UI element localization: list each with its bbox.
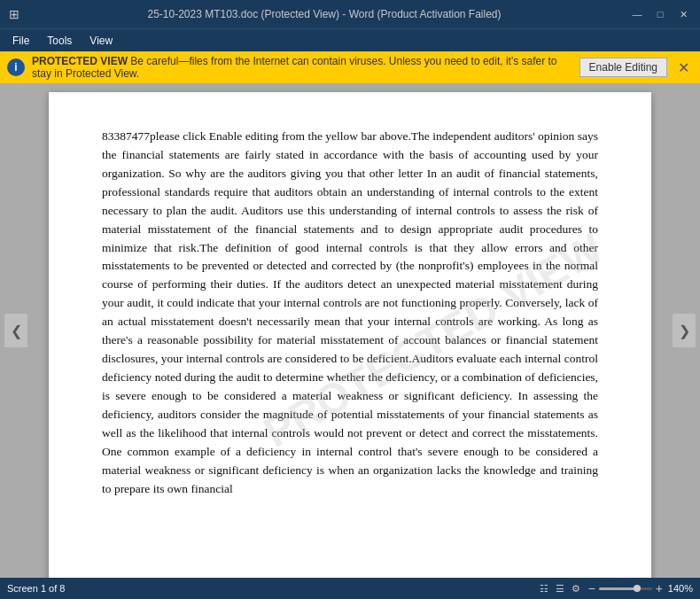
status-bar-right: ☷ ☰ ⚙ − + 140% xyxy=(538,581,693,595)
close-protected-bar-button[interactable]: ✕ xyxy=(674,59,693,76)
menu-tools[interactable]: Tools xyxy=(38,33,81,49)
document-content: 83387477please click Enable editing from… xyxy=(102,128,598,498)
maximize-button[interactable]: □ xyxy=(650,4,670,24)
page-info: Screen 1 of 8 xyxy=(7,583,65,594)
zoom-slider-fill xyxy=(599,587,637,590)
view-icon[interactable]: ☰ xyxy=(554,582,566,595)
nav-next-button[interactable]: ❯ xyxy=(672,313,696,348)
enable-editing-button[interactable]: Enable Editing xyxy=(579,58,667,77)
menu-file[interactable]: File xyxy=(4,33,38,49)
chevron-right-icon: ❯ xyxy=(679,323,690,339)
status-icons: ☷ ☰ ⚙ xyxy=(538,582,582,595)
document-area: ❮ PROTECTED VIEW 83387477please click En… xyxy=(0,83,700,578)
minimize-button[interactable]: — xyxy=(627,4,647,24)
protected-view-bar: i PROTECTED VIEW Be careful—files from t… xyxy=(0,51,700,83)
menu-bar: File Tools View xyxy=(0,28,700,51)
title-bar: ⊞ 25-10-2023 MT103.doc (Protected View) … xyxy=(0,0,700,28)
zoom-slider-track[interactable] xyxy=(599,587,652,590)
window-title: 25-10-2023 MT103.doc (Protected View) - … xyxy=(21,8,627,20)
menu-view[interactable]: View xyxy=(81,33,121,49)
shield-icon: i xyxy=(7,58,25,76)
layout-icon[interactable]: ☷ xyxy=(538,582,550,595)
zoom-in-button[interactable]: + xyxy=(656,581,663,595)
protected-view-label: PROTECTED VIEW xyxy=(32,55,128,67)
zoom-out-button[interactable]: − xyxy=(587,581,595,595)
zoom-control: − + xyxy=(587,581,662,595)
nav-prev-button[interactable]: ❮ xyxy=(4,313,28,348)
zoom-level: 140% xyxy=(668,583,693,594)
status-bar: Screen 1 of 8 ☷ ☰ ⚙ − + 140% xyxy=(0,578,700,599)
document-page: PROTECTED VIEW 83387477please click Enab… xyxy=(49,92,651,578)
chevron-left-icon: ❮ xyxy=(11,323,22,339)
settings-icon[interactable]: ⚙ xyxy=(570,582,582,595)
window-controls: — □ ✕ xyxy=(627,4,693,24)
protected-view-message: PROTECTED VIEW Be careful—files from the… xyxy=(32,55,572,80)
app-icon: ⊞ xyxy=(7,7,21,21)
zoom-slider-thumb[interactable] xyxy=(634,585,641,592)
close-button[interactable]: ✕ xyxy=(673,4,693,24)
status-bar-left: Screen 1 of 8 xyxy=(7,583,65,594)
